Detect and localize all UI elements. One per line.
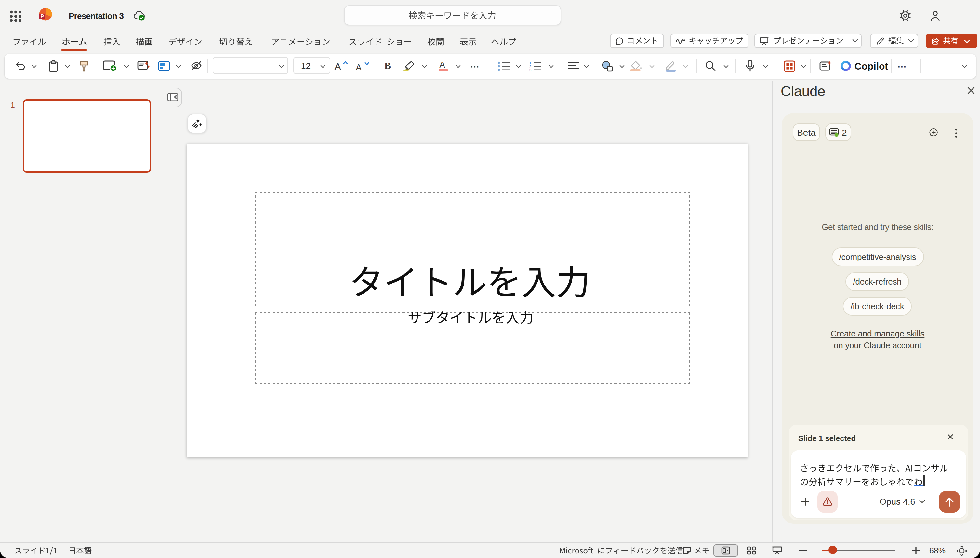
svg-text:3: 3	[529, 68, 531, 71]
svg-text:P: P	[41, 14, 44, 19]
svg-text:A: A	[334, 61, 341, 72]
svg-text:A: A	[439, 60, 445, 70]
svg-text:A: A	[356, 63, 362, 72]
